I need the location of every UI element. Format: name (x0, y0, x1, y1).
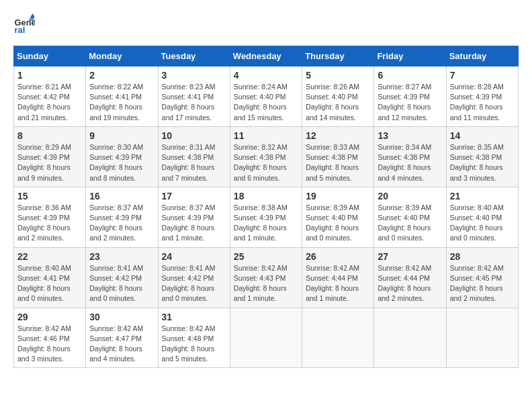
day-number: 18 (234, 191, 298, 201)
day-cell: 4 Sunrise: 8:24 AM Sunset: 4:40 PM Dayli… (230, 66, 302, 127)
day-number: 7 (450, 70, 515, 81)
day-cell: 10 Sunrise: 8:31 AM Sunset: 4:38 PM Dayl… (158, 126, 230, 187)
day-info: Sunrise: 8:32 AM Sunset: 4:38 PM Dayligh… (234, 142, 298, 183)
day-info: Sunrise: 8:27 AM Sunset: 4:39 PM Dayligh… (378, 82, 442, 123)
day-info: Sunrise: 8:40 AM Sunset: 4:40 PM Dayligh… (450, 203, 515, 244)
day-cell (374, 308, 446, 368)
day-cell: 12 Sunrise: 8:33 AM Sunset: 4:38 PM Dayl… (302, 126, 374, 187)
day-number: 11 (234, 130, 298, 141)
day-cell: 26 Sunrise: 8:42 AM Sunset: 4:44 PM Dayl… (302, 247, 374, 308)
logo-icon: Gene ral (13, 13, 35, 35)
day-number: 5 (306, 70, 370, 81)
week-row-1: 1 Sunrise: 8:21 AM Sunset: 4:42 PM Dayli… (14, 66, 519, 127)
day-number: 25 (234, 251, 298, 262)
day-info: Sunrise: 8:23 AM Sunset: 4:41 PM Dayligh… (162, 82, 226, 123)
day-info: Sunrise: 8:28 AM Sunset: 4:39 PM Dayligh… (450, 82, 515, 123)
day-cell: 22 Sunrise: 8:40 AM Sunset: 4:41 PM Dayl… (14, 247, 86, 308)
logo: Gene ral (13, 13, 38, 35)
day-cell: 25 Sunrise: 8:42 AM Sunset: 4:43 PM Dayl… (230, 247, 302, 308)
header-cell-monday: Monday (86, 46, 158, 66)
day-cell: 30 Sunrise: 8:42 AM Sunset: 4:47 PM Dayl… (86, 308, 158, 368)
svg-text:ral: ral (15, 25, 26, 35)
day-number: 15 (17, 191, 82, 201)
day-number: 17 (162, 191, 226, 201)
calendar-table: SundayMondayTuesdayWednesdayThursdayFrid… (13, 46, 519, 368)
header-cell-tuesday: Tuesday (158, 46, 230, 66)
day-info: Sunrise: 8:42 AM Sunset: 4:47 PM Dayligh… (89, 324, 154, 365)
day-cell (230, 308, 302, 368)
day-number: 23 (89, 251, 154, 262)
day-cell: 8 Sunrise: 8:29 AM Sunset: 4:39 PM Dayli… (14, 126, 86, 187)
header-cell-friday: Friday (374, 46, 446, 66)
day-number: 31 (162, 312, 226, 322)
day-info: Sunrise: 8:36 AM Sunset: 4:39 PM Dayligh… (17, 203, 82, 244)
day-info: Sunrise: 8:34 AM Sunset: 4:38 PM Dayligh… (378, 142, 442, 183)
day-cell: 21 Sunrise: 8:40 AM Sunset: 4:40 PM Dayl… (446, 187, 518, 247)
day-cell: 5 Sunrise: 8:26 AM Sunset: 4:40 PM Dayli… (302, 66, 374, 127)
day-cell: 14 Sunrise: 8:35 AM Sunset: 4:38 PM Dayl… (446, 126, 518, 187)
day-info: Sunrise: 8:30 AM Sunset: 4:39 PM Dayligh… (89, 142, 154, 183)
day-number: 26 (306, 251, 370, 262)
day-cell: 31 Sunrise: 8:42 AM Sunset: 4:48 PM Dayl… (158, 308, 230, 368)
day-number: 28 (450, 251, 515, 262)
day-cell: 23 Sunrise: 8:41 AM Sunset: 4:42 PM Dayl… (86, 247, 158, 308)
day-number: 8 (17, 130, 82, 141)
header-row: SundayMondayTuesdayWednesdayThursdayFrid… (14, 46, 519, 66)
day-cell: 28 Sunrise: 8:42 AM Sunset: 4:45 PM Dayl… (446, 247, 518, 308)
day-number: 30 (89, 312, 154, 322)
day-info: Sunrise: 8:39 AM Sunset: 4:40 PM Dayligh… (306, 203, 370, 244)
day-number: 10 (162, 130, 226, 141)
day-number: 12 (306, 130, 370, 141)
day-cell: 11 Sunrise: 8:32 AM Sunset: 4:38 PM Dayl… (230, 126, 302, 187)
week-row-3: 15 Sunrise: 8:36 AM Sunset: 4:39 PM Dayl… (14, 187, 519, 247)
day-info: Sunrise: 8:38 AM Sunset: 4:39 PM Dayligh… (234, 203, 298, 244)
day-cell: 13 Sunrise: 8:34 AM Sunset: 4:38 PM Dayl… (374, 126, 446, 187)
day-cell: 1 Sunrise: 8:21 AM Sunset: 4:42 PM Dayli… (14, 66, 86, 127)
day-info: Sunrise: 8:42 AM Sunset: 4:45 PM Dayligh… (450, 263, 515, 304)
day-number: 14 (450, 130, 515, 141)
day-cell: 17 Sunrise: 8:37 AM Sunset: 4:39 PM Dayl… (158, 187, 230, 247)
day-info: Sunrise: 8:42 AM Sunset: 4:44 PM Dayligh… (306, 263, 370, 304)
day-cell (302, 308, 374, 368)
day-info: Sunrise: 8:35 AM Sunset: 4:38 PM Dayligh… (450, 142, 515, 183)
day-info: Sunrise: 8:24 AM Sunset: 4:40 PM Dayligh… (234, 82, 298, 123)
week-row-2: 8 Sunrise: 8:29 AM Sunset: 4:39 PM Dayli… (14, 126, 519, 187)
day-cell: 19 Sunrise: 8:39 AM Sunset: 4:40 PM Dayl… (302, 187, 374, 247)
day-number: 1 (17, 70, 82, 81)
day-info: Sunrise: 8:42 AM Sunset: 4:48 PM Dayligh… (162, 324, 226, 365)
week-row-4: 22 Sunrise: 8:40 AM Sunset: 4:41 PM Dayl… (14, 247, 519, 308)
day-number: 19 (306, 191, 370, 201)
day-number: 24 (162, 251, 226, 262)
day-number: 27 (378, 251, 442, 262)
header-cell-thursday: Thursday (302, 46, 374, 66)
day-cell: 24 Sunrise: 8:41 AM Sunset: 4:42 PM Dayl… (158, 247, 230, 308)
day-number: 29 (17, 312, 82, 322)
day-number: 22 (17, 251, 82, 262)
day-info: Sunrise: 8:29 AM Sunset: 4:39 PM Dayligh… (17, 142, 82, 183)
day-cell: 20 Sunrise: 8:39 AM Sunset: 4:40 PM Dayl… (374, 187, 446, 247)
day-cell: 29 Sunrise: 8:42 AM Sunset: 4:46 PM Dayl… (14, 308, 86, 368)
day-cell: 15 Sunrise: 8:36 AM Sunset: 4:39 PM Dayl… (14, 187, 86, 247)
day-info: Sunrise: 8:31 AM Sunset: 4:38 PM Dayligh… (162, 142, 226, 183)
header-cell-saturday: Saturday (446, 46, 518, 66)
day-info: Sunrise: 8:22 AM Sunset: 4:41 PM Dayligh… (89, 82, 154, 123)
day-cell: 2 Sunrise: 8:22 AM Sunset: 4:41 PM Dayli… (86, 66, 158, 127)
day-cell: 9 Sunrise: 8:30 AM Sunset: 4:39 PM Dayli… (86, 126, 158, 187)
day-info: Sunrise: 8:42 AM Sunset: 4:46 PM Dayligh… (17, 324, 82, 365)
day-number: 4 (234, 70, 298, 81)
day-number: 21 (450, 191, 515, 201)
day-info: Sunrise: 8:21 AM Sunset: 4:42 PM Dayligh… (17, 82, 82, 123)
day-info: Sunrise: 8:26 AM Sunset: 4:40 PM Dayligh… (306, 82, 370, 123)
day-cell: 6 Sunrise: 8:27 AM Sunset: 4:39 PM Dayli… (374, 66, 446, 127)
day-info: Sunrise: 8:42 AM Sunset: 4:43 PM Dayligh… (234, 263, 298, 304)
day-info: Sunrise: 8:33 AM Sunset: 4:38 PM Dayligh… (306, 142, 370, 183)
day-info: Sunrise: 8:37 AM Sunset: 4:39 PM Dayligh… (162, 203, 226, 244)
day-info: Sunrise: 8:41 AM Sunset: 4:42 PM Dayligh… (89, 263, 154, 304)
day-info: Sunrise: 8:41 AM Sunset: 4:42 PM Dayligh… (162, 263, 226, 304)
day-info: Sunrise: 8:42 AM Sunset: 4:44 PM Dayligh… (378, 263, 442, 304)
day-cell (446, 308, 518, 368)
day-number: 16 (89, 191, 154, 201)
day-cell: 27 Sunrise: 8:42 AM Sunset: 4:44 PM Dayl… (374, 247, 446, 308)
day-number: 6 (378, 70, 442, 81)
day-info: Sunrise: 8:39 AM Sunset: 4:40 PM Dayligh… (378, 203, 442, 244)
